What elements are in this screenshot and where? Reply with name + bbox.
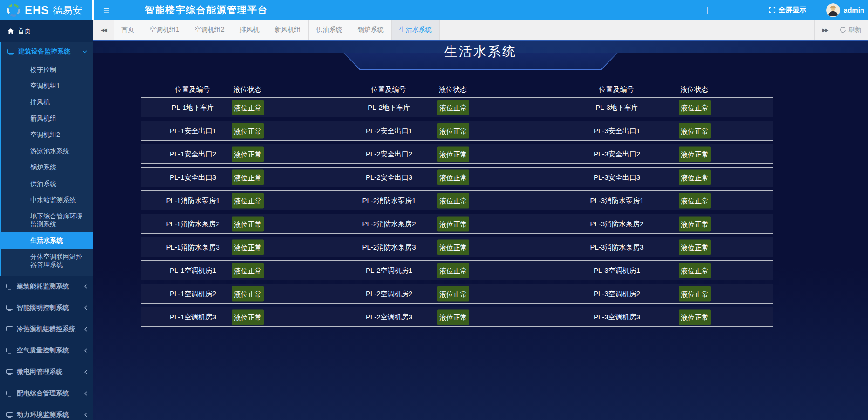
location-label: PL-3安全出口3 xyxy=(594,173,640,182)
column-header: 液位状态 xyxy=(680,85,708,94)
tab-label: 首页 xyxy=(121,26,134,34)
table-header-row: 位置及编号 液位状态 位置及编号 液位状态 位置及编号 液位状态 xyxy=(141,85,773,96)
sidebar-group-label: 空气质量控制系统 xyxy=(17,346,69,355)
sidebar-group-collapsed[interactable]: 冷热源机组群控系统 xyxy=(0,318,93,340)
chevron-left-icon xyxy=(84,305,87,310)
status-badge: 液位正常 xyxy=(679,309,711,325)
fullscreen-icon xyxy=(769,7,776,14)
avatar[interactable] xyxy=(826,3,840,17)
main-content: 生活水系统 位置及编号 液位状态 位置及编号 液位状态 位置及编号 液位状态 P… xyxy=(93,40,868,420)
sidebar-group-label: 冷热源机组群控系统 xyxy=(17,325,75,333)
tab-label: 空调机组2 xyxy=(195,26,225,34)
tab[interactable]: 锅炉系统 × xyxy=(350,20,392,40)
location-label: PL-2空调机房3 xyxy=(366,312,412,321)
monitor-icon xyxy=(6,412,13,418)
tab[interactable]: 排风机 × xyxy=(232,20,267,40)
status-badge: 液位正常 xyxy=(437,146,469,162)
refresh-button[interactable]: 刷新 xyxy=(835,20,868,40)
header-divider: | xyxy=(706,7,708,14)
tab[interactable]: 新风机组 × xyxy=(267,20,309,40)
sidebar-submenu-item[interactable]: 空调机组1 xyxy=(1,78,93,94)
tabs-scroll-left-button[interactable]: ◀◀ xyxy=(93,20,114,40)
monitor-icon xyxy=(6,305,13,311)
monitor-icon xyxy=(6,326,13,332)
sidebar-submenu: 楼宇控制 空调机组1 排风机 新风机组 空调机组2 游泳池水系统 锅炉系统 供油… xyxy=(1,61,93,276)
location-label: PL-1空调机房2 xyxy=(170,289,216,298)
sidebar-submenu-item[interactable]: 供油系统 xyxy=(1,176,93,192)
chevron-down-icon xyxy=(82,50,87,53)
status-badge: 液位正常 xyxy=(679,239,711,255)
location-label: PL-3消防水泵房2 xyxy=(590,219,643,228)
sidebar-submenu-item[interactable]: 空调机组2 xyxy=(1,127,93,143)
column-header: 液位状态 xyxy=(233,85,261,94)
status-badge: 液位正常 xyxy=(437,100,469,115)
sidebar-collapsed-groups: 建筑能耗监测系统 智能照明控制系统 xyxy=(0,276,93,420)
brand-logo[interactable]: EHS 德易安 xyxy=(0,0,92,20)
tabbar-right-controls: ▶▶ 刷新 xyxy=(814,20,868,40)
sidebar-submenu-item[interactable]: 锅炉系统 xyxy=(1,159,93,176)
status-badge: 液位正常 xyxy=(232,100,264,115)
tab-label: 排风机 xyxy=(240,26,260,34)
location-label: PL-1消防水泵房1 xyxy=(166,196,219,205)
chevron-left-icon xyxy=(84,348,87,353)
location-label: PL-1安全出口2 xyxy=(170,149,216,158)
location-label: PL-1安全出口1 xyxy=(170,126,216,135)
monitor-icon xyxy=(7,49,14,55)
tab[interactable]: 空调机组2 × xyxy=(187,20,232,40)
sidebar-submenu-item[interactable]: 游泳池水系统 xyxy=(1,143,93,159)
sidebar-group-collapsed[interactable]: 动力环境监测系统 xyxy=(0,404,93,420)
tab-label: 新风机组 xyxy=(275,26,301,34)
status-badge: 液位正常 xyxy=(232,263,264,278)
location-label: PL-3空调机房1 xyxy=(594,266,640,275)
tab[interactable]: 空调机组1 × xyxy=(142,20,187,40)
chevron-left-icon xyxy=(84,284,87,289)
sidebar-submenu-item[interactable]: 分体空调联网温控器管理系统 xyxy=(1,249,93,273)
sidebar-group-collapsed[interactable]: 空气质量控制系统 xyxy=(0,340,93,361)
table-row: PL-1消防水泵房1 液位正常 PL-2消防水泵房1 液位正常 PL-3消防水泵… xyxy=(141,190,773,210)
sidebar-submenu-item[interactable]: 中水站监测系统 xyxy=(1,192,93,208)
status-badge: 液位正常 xyxy=(679,100,711,115)
column-header: 位置及编号 xyxy=(175,85,210,94)
sidebar-item-home[interactable]: 首页 xyxy=(0,20,93,42)
location-label: PL-3消防水泵房3 xyxy=(590,243,643,251)
location-label: PL-1地下车库 xyxy=(171,103,214,112)
sidebar-toggle-button[interactable]: ≡ xyxy=(103,0,109,20)
username[interactable]: admin xyxy=(844,6,864,14)
sidebar-group-collapsed[interactable]: 建筑能耗监测系统 xyxy=(0,276,93,297)
location-label: PL-2安全出口1 xyxy=(366,126,412,135)
status-badge: 液位正常 xyxy=(679,146,711,162)
sidebar-group-toggle[interactable]: 建筑设备监控系统 xyxy=(1,42,93,61)
location-label: PL-3消防水泵房1 xyxy=(590,196,643,205)
sidebar-group-collapsed[interactable]: 智能照明控制系统 xyxy=(0,297,93,318)
sidebar-group-collapsed[interactable]: 配电综合管理系统 xyxy=(0,383,93,404)
sidebar-submenu-item[interactable]: 排风机 xyxy=(1,94,93,110)
column-header: 液位状态 xyxy=(439,85,467,94)
status-badge: 液位正常 xyxy=(232,239,264,255)
avatar-person-icon xyxy=(827,4,840,17)
column-header: 位置及编号 xyxy=(599,85,634,94)
status-badge: 液位正常 xyxy=(232,169,264,185)
spinner-logo-icon xyxy=(7,3,21,17)
tab[interactable]: 供油系统 × xyxy=(309,20,350,40)
tab[interactable]: 首页 × xyxy=(114,20,142,40)
location-label: PL-3安全出口2 xyxy=(594,149,640,158)
sidebar-submenu-item[interactable]: 地下综合管廊环境监测系统 xyxy=(1,208,93,232)
location-label: PL-3空调机房3 xyxy=(594,312,640,321)
sidebar-submenu-item[interactable]: 生活水系统 xyxy=(0,232,93,249)
open-tabs: 首页 × 空调机组1 × 空调机组2 × 排风机 × xyxy=(114,20,798,40)
tabs-scroll-right-button[interactable]: ▶▶ xyxy=(814,20,835,40)
brand-name-cn: 德易安 xyxy=(53,4,82,17)
tab[interactable]: 生活水系统 × xyxy=(392,20,440,40)
sidebar-group-label: 配电综合管理系统 xyxy=(17,389,69,398)
location-label: PL-1空调机房1 xyxy=(170,266,216,275)
sidebar-group-collapsed[interactable]: 微电网管理系统 xyxy=(0,361,93,383)
table-row: PL-1空调机房2 液位正常 PL-2空调机房2 液位正常 PL-3空调机房2 … xyxy=(141,284,773,304)
location-label: PL-2空调机房1 xyxy=(366,266,412,275)
fullscreen-button[interactable]: 全屏显示 xyxy=(769,6,806,14)
status-badge: 液位正常 xyxy=(232,286,264,301)
sidebar-submenu-item[interactable]: 楼宇控制 xyxy=(1,61,93,78)
location-label: PL-1消防水泵房3 xyxy=(166,243,219,251)
status-badge: 液位正常 xyxy=(679,193,711,208)
sidebar-group-label: 动力环境监测系统 xyxy=(17,411,69,419)
sidebar-submenu-item[interactable]: 新风机组 xyxy=(1,110,93,127)
